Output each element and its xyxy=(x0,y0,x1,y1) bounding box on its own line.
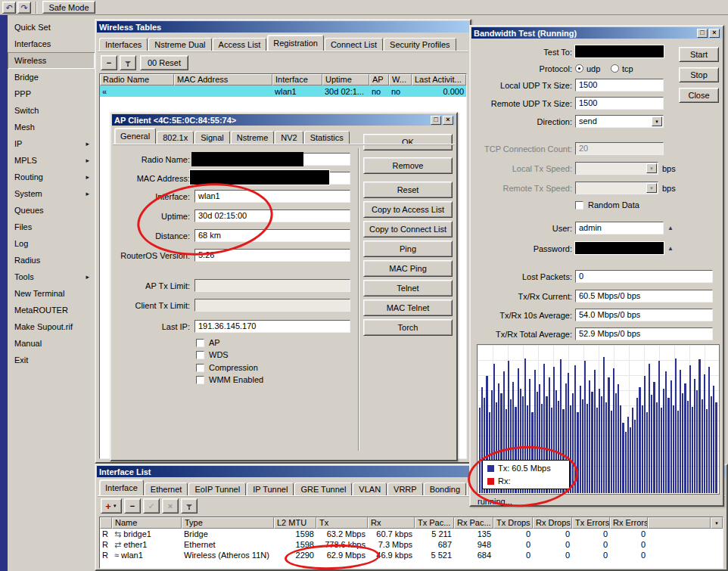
reset-button[interactable]: 00 Reset xyxy=(140,55,188,70)
tab-signal[interactable]: Signal xyxy=(194,131,230,144)
maximize-button[interactable]: □ xyxy=(697,29,708,38)
column-header-ap[interactable]: AP xyxy=(369,74,389,85)
enable-interface-button[interactable]: ✓ xyxy=(143,498,160,514)
column-header-mac-address[interactable]: MAC Address xyxy=(174,74,272,85)
compression-checkbox[interactable] xyxy=(196,364,204,372)
collapse-up-icon[interactable]: ▲ xyxy=(667,225,674,231)
copy-to-access-list-button[interactable]: Copy to Access List xyxy=(363,201,453,218)
distance-field[interactable]: 68 km xyxy=(194,229,350,242)
chevron-down-icon[interactable]: ▼ xyxy=(646,183,657,193)
sidebar-item-new-terminal[interactable]: New Terminal xyxy=(8,285,95,302)
sidebar-item-mesh[interactable]: Mesh xyxy=(8,119,95,135)
mac-ping-button[interactable]: MAC Ping xyxy=(363,260,453,277)
chevron-down-icon[interactable]: ▼ xyxy=(652,116,662,126)
column-select-button[interactable]: ▼ xyxy=(711,517,723,529)
sidebar-item-routing[interactable]: Routing▸ xyxy=(8,169,95,185)
last-ip-field[interactable]: 191.36.145.170 xyxy=(194,320,350,333)
column-header-tx-drops[interactable]: Tx Drops xyxy=(493,517,533,529)
client-tx-limit-field[interactable] xyxy=(194,299,350,312)
close-button[interactable]: × xyxy=(709,29,720,38)
local-tx-speed-field[interactable]: ▼ xyxy=(575,162,658,175)
tab-vlan[interactable]: VLAN xyxy=(353,483,387,495)
tab-nv2[interactable]: NV2 xyxy=(275,131,303,144)
tab-gre-tunnel[interactable]: GRE Tunnel xyxy=(294,483,352,495)
column-header-last-activity[interactable]: Last Activit... xyxy=(412,74,466,85)
sidebar-item-switch[interactable]: Switch xyxy=(8,102,95,119)
telnet-button[interactable]: Telnet xyxy=(363,280,453,296)
ap-checkbox[interactable] xyxy=(196,339,204,347)
sidebar-item-bridge[interactable]: Bridge xyxy=(8,69,95,85)
tab-ip-tunnel[interactable]: IP Tunnel xyxy=(247,483,294,495)
table-row[interactable]: R ≈ wlan1 Wireless (Atheros 11N) 2290 62… xyxy=(100,550,723,560)
ap-client-titlebar[interactable]: AP Client <4C:5E:0C:84:55:74> □ × xyxy=(112,114,456,126)
sidebar-item-system[interactable]: System▸ xyxy=(8,185,95,202)
undo-button[interactable]: ↶ xyxy=(2,2,16,14)
column-header-l2mtu[interactable]: L2 MTU xyxy=(274,517,316,529)
sidebar-item-exit[interactable]: Exit xyxy=(8,352,95,368)
tab-access-list[interactable]: Access List xyxy=(213,38,267,51)
mac-telnet-button[interactable]: MAC Telnet xyxy=(363,299,453,316)
random-data-checkbox[interactable] xyxy=(575,201,583,209)
tab-vrrp[interactable]: VRRP xyxy=(387,483,423,495)
tab-nstreme[interactable]: Nstreme xyxy=(231,131,275,144)
sidebar-item-wireless[interactable]: Wireless xyxy=(8,52,95,69)
column-header-tx[interactable]: Tx xyxy=(316,517,368,529)
routeros-version-field[interactable]: 5.26 xyxy=(194,249,350,262)
wmm-enabled-checkbox[interactable] xyxy=(196,376,204,384)
protocol-tcp-radio[interactable] xyxy=(611,64,619,73)
disable-interface-button[interactable]: × xyxy=(162,498,179,514)
copy-to-connect-list-button[interactable]: Copy to Connect List xyxy=(363,221,453,237)
stop-button[interactable]: Stop xyxy=(679,67,719,82)
tab-general[interactable]: General xyxy=(114,128,156,144)
sidebar-item-radius[interactable]: Radius xyxy=(8,252,95,268)
uptime-field[interactable]: 30d 02:15:00 xyxy=(194,209,350,222)
tab-interfaces[interactable]: Interfaces xyxy=(99,38,148,51)
sidebar-item-tools[interactable]: Tools▸ xyxy=(8,268,95,285)
column-header-uptime[interactable]: Uptime xyxy=(322,74,369,85)
filter-button[interactable] xyxy=(120,55,136,70)
sidebar-item-ppp[interactable]: PPP xyxy=(8,85,95,102)
tab-interface[interactable]: Interface xyxy=(99,479,144,495)
interface-field[interactable]: wlan1 xyxy=(194,190,350,203)
column-header-interface[interactable]: Interface xyxy=(272,74,322,85)
torch-button[interactable]: Torch xyxy=(363,319,453,336)
remote-udp-tx-size-field[interactable]: 1500 xyxy=(575,97,664,110)
column-header-rx-drops[interactable]: Rx Drops xyxy=(533,517,572,529)
tab-registration[interactable]: Registration xyxy=(267,35,324,51)
remove-interface-button[interactable]: − xyxy=(124,498,141,514)
column-header-rx[interactable]: Rx xyxy=(368,517,415,529)
column-header-flags[interactable] xyxy=(100,517,112,529)
local-udp-tx-size-field[interactable]: 1500 xyxy=(575,79,664,92)
tab-eoip-tunnel[interactable]: EoIP Tunnel xyxy=(188,483,246,495)
tab-8021x[interactable]: 802.1x xyxy=(157,131,194,144)
redo-button[interactable]: ↷ xyxy=(17,2,31,14)
sidebar-item-mpls[interactable]: MPLS▸ xyxy=(8,152,95,169)
sidebar-item-ip[interactable]: IP▸ xyxy=(8,135,95,152)
wds-checkbox[interactable] xyxy=(196,351,204,359)
column-header-name[interactable]: Name xyxy=(112,517,182,529)
chevron-down-icon[interactable]: ▼ xyxy=(646,163,657,173)
protocol-udp-radio[interactable] xyxy=(575,64,583,73)
ok-button[interactable]: OK xyxy=(363,134,453,151)
column-header-tx-packets[interactable]: Tx Pac... xyxy=(415,517,454,529)
tab-bonding[interactable]: Bonding xyxy=(424,483,466,495)
column-header-rx-packets[interactable]: Rx Pac... xyxy=(454,517,493,529)
close-window-button[interactable]: Close xyxy=(679,88,719,103)
user-field[interactable]: admin xyxy=(575,222,664,234)
sidebar-item-files[interactable]: Files xyxy=(8,219,95,235)
sidebar-item-metarouter[interactable]: MetaROUTER xyxy=(8,302,95,318)
column-header-type[interactable]: Type xyxy=(182,517,274,529)
reset-button[interactable]: Reset xyxy=(363,182,453,198)
wireless-tables-titlebar[interactable]: Wireless Tables xyxy=(97,21,469,33)
sidebar-item-queues[interactable]: Queues xyxy=(8,202,95,219)
bandwidth-test-titlebar[interactable]: Bandwidth Test (Running) □ × xyxy=(471,27,722,39)
remove-button[interactable]: Remove xyxy=(363,157,453,174)
tab-statistics[interactable]: Statistics xyxy=(304,131,350,144)
tab-security-profiles[interactable]: Security Profiles xyxy=(384,38,456,51)
column-header-tx[interactable]: Tx... xyxy=(466,74,467,85)
remove-entry-button[interactable]: − xyxy=(101,55,117,70)
sidebar-item-interfaces[interactable]: Interfaces xyxy=(8,36,95,52)
ap-tx-limit-field[interactable] xyxy=(194,279,350,292)
add-interface-button[interactable]: + ▼ xyxy=(101,498,122,514)
safe-mode-button[interactable]: Safe Mode xyxy=(42,1,95,14)
